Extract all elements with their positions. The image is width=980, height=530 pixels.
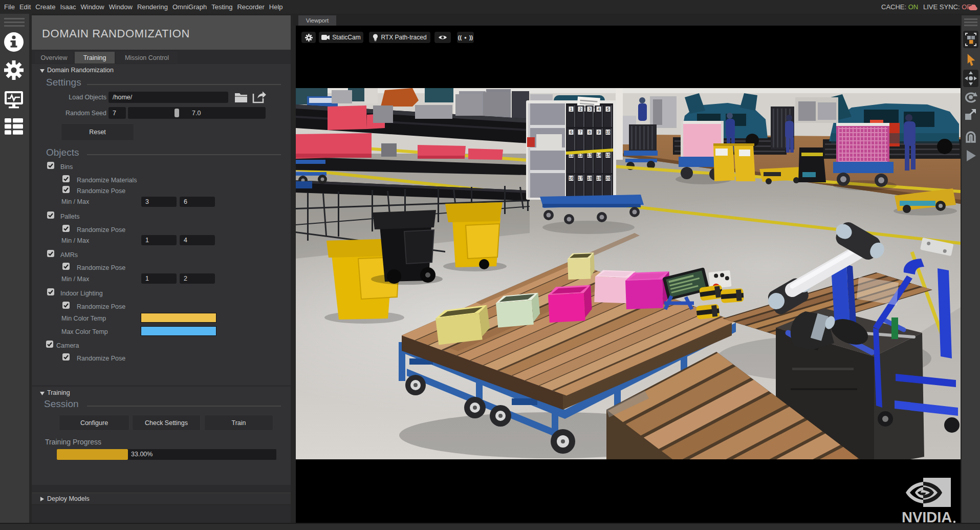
svg-text:15: 15 [605,153,611,158]
svg-text:9: 9 [598,130,600,135]
svg-text:13: 13 [587,153,592,158]
svg-text:6: 6 [570,130,573,135]
svg-text:19: 19 [596,176,601,181]
svg-text:8: 8 [589,130,591,135]
svg-text:17: 17 [578,176,583,181]
svg-text:20: 20 [605,176,611,181]
svg-text:1: 1 [570,107,573,112]
svg-text:4: 4 [598,107,600,112]
svg-text:10: 10 [605,130,611,135]
svg-text:5: 5 [607,107,609,112]
svg-text:18: 18 [587,176,592,181]
svg-text:16: 16 [569,176,574,181]
svg-text:2: 2 [579,107,582,112]
svg-text:7: 7 [579,130,582,135]
svg-text:3: 3 [589,107,591,112]
svg-text:14: 14 [596,153,601,158]
